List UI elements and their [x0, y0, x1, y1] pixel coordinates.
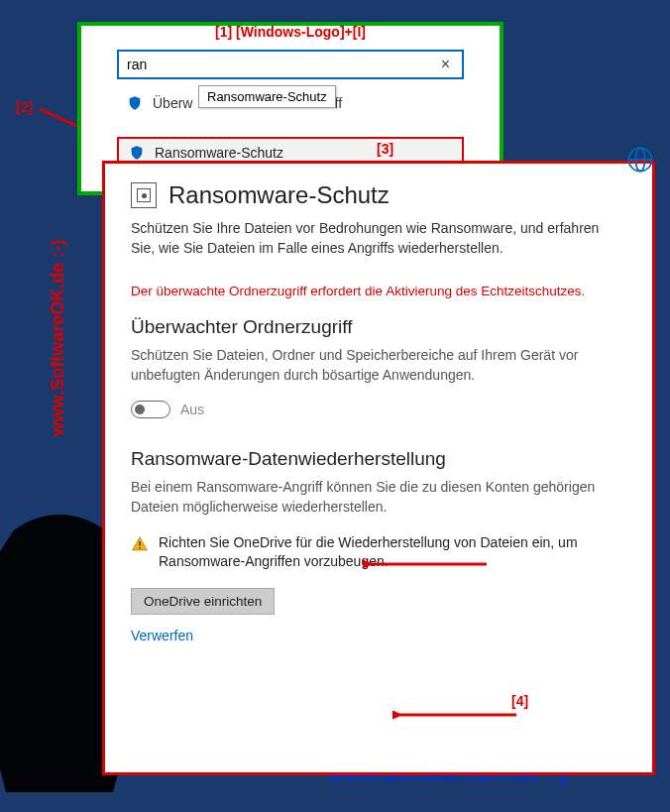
ransomware-icon — [131, 182, 157, 208]
shield-icon — [127, 95, 143, 111]
annotation-2: [2] — [16, 99, 33, 115]
search-tooltip: Ransomware-Schutz — [198, 85, 336, 108]
svg-rect-5 — [139, 541, 141, 546]
annotation-3: [3] — [377, 141, 393, 157]
dismiss-link[interactable]: Verwerfen — [131, 628, 193, 643]
folder-access-title: Überwachter Ordnerzugriff — [131, 316, 626, 338]
folder-access-toggle[interactable] — [131, 401, 170, 418]
arrow-annotation-button — [392, 705, 521, 725]
recovery-title: Ransomware-Datenwiederherstellung — [131, 448, 626, 470]
realtime-warning: Der überwachte Ordnerzugriff erfordert d… — [131, 284, 626, 298]
clear-icon[interactable]: × — [437, 56, 454, 73]
watermark-left: www.SoftwareOK.de :-) — [48, 240, 68, 436]
arrow-annotation-toggle — [363, 554, 492, 574]
suggestion-text-pre: Überw — [153, 95, 192, 111]
annotation-1: [1] [Windows-Logo]+[I] — [81, 24, 500, 40]
onedrive-setup-button[interactable]: OneDrive einrichten — [131, 588, 275, 615]
search-input[interactable] — [127, 57, 437, 72]
intro-text: Schützen Sie Ihre Dateien vor Bedrohunge… — [131, 219, 626, 258]
svg-rect-6 — [139, 547, 141, 549]
ransomware-protection-panel: Ransomware-Schutz Schützen Sie Ihre Date… — [102, 161, 655, 775]
page-title: Ransomware-Schutz — [168, 181, 390, 209]
recovery-desc: Bei einem Ransomware-Angriff können Sie … — [131, 478, 626, 517]
toggle-knob — [135, 405, 145, 414]
search-box[interactable]: × — [117, 50, 464, 79]
annotation-4: [4] — [511, 693, 528, 709]
folder-access-desc: Schützen Sie Dateien, Ordner und Speiche… — [131, 346, 626, 385]
toggle-label: Aus — [180, 402, 204, 417]
shield-icon — [129, 145, 145, 161]
suggestion-text: Ransomware-Schutz — [155, 145, 283, 161]
warning-icon — [131, 535, 149, 553]
globe-icon — [626, 146, 654, 174]
